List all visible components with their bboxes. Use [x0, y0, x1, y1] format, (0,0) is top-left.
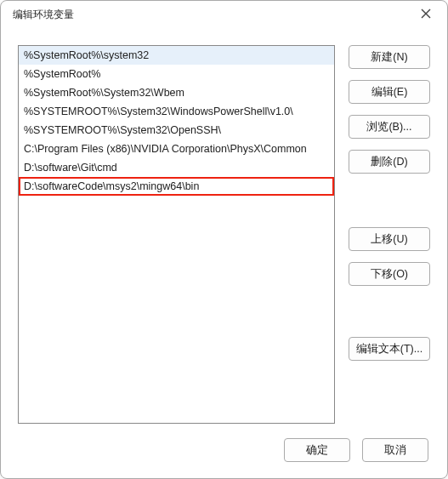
titlebar: 编辑环境变量	[1, 1, 447, 28]
cancel-button[interactable]: 取消	[362, 438, 428, 462]
list-item[interactable]: D:\softwareCode\msys2\mingw64\bin	[19, 177, 334, 196]
spacer	[349, 297, 430, 337]
browse-button[interactable]: 浏览(B)...	[349, 115, 430, 139]
side-buttons: 新建(N) 编辑(E) 浏览(B)... 删除(D) 上移(U) 下移(O) 编…	[349, 45, 430, 431]
edit-button[interactable]: 编辑(E)	[349, 80, 430, 104]
delete-button[interactable]: 删除(D)	[349, 150, 430, 174]
new-button[interactable]: 新建(N)	[349, 45, 430, 69]
dialog-footer: 确定 取消	[1, 431, 447, 478]
close-button[interactable]	[413, 4, 439, 25]
list-item[interactable]: %SystemRoot%	[19, 65, 334, 83]
move-up-button[interactable]: 上移(U)	[349, 227, 430, 251]
dialog-title: 编辑环境变量	[13, 8, 74, 22]
list-item[interactable]: D:\software\Git\cmd	[19, 158, 334, 177]
env-var-dialog: 编辑环境变量 %SystemRoot%\system32%SystemRoot%…	[0, 0, 448, 479]
list-item[interactable]: %SYSTEMROOT%\System32\WindowsPowerShell\…	[19, 102, 334, 121]
dialog-content: %SystemRoot%\system32%SystemRoot%%System…	[1, 28, 447, 431]
list-item[interactable]: %SystemRoot%\System32\Wbem	[19, 83, 334, 102]
path-listbox[interactable]: %SystemRoot%\system32%SystemRoot%%System…	[18, 45, 335, 424]
move-down-button[interactable]: 下移(O)	[349, 262, 430, 286]
ok-button[interactable]: 确定	[284, 438, 350, 462]
list-item[interactable]: C:\Program Files (x86)\NVIDIA Corporatio…	[19, 140, 334, 158]
list-item[interactable]: %SYSTEMROOT%\System32\OpenSSH\	[19, 121, 334, 140]
edit-text-button[interactable]: 编辑文本(T)...	[349, 337, 430, 361]
spacer	[349, 185, 430, 227]
close-icon	[421, 9, 431, 21]
list-item[interactable]: %SystemRoot%\system32	[19, 46, 334, 65]
